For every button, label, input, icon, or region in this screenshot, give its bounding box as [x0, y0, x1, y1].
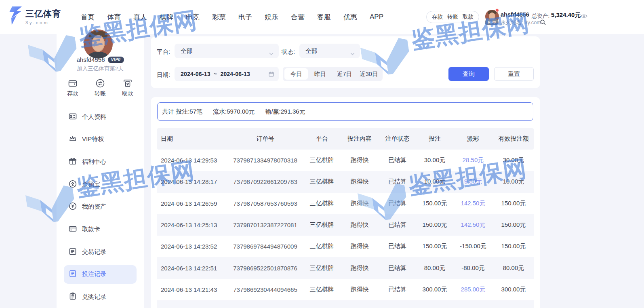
chevron-down-icon: [350, 50, 355, 57]
wallet-action-1[interactable]: 存款: [432, 13, 443, 21]
cell-platform: 三亿棋牌: [303, 221, 341, 229]
brand-domain: 3y.com: [25, 20, 61, 25]
sidebar-item-3[interactable]: 福利中心: [64, 152, 137, 171]
table-body: 2024-06-13 14:29:537379871334978070318三亿…: [157, 150, 534, 308]
cell-order_no: 7379871334978070318: [228, 157, 303, 164]
nav-item-1[interactable]: 首页: [80, 13, 95, 22]
sidebar-item-7[interactable]: 交易记录: [64, 243, 137, 261]
crown-icon: [69, 135, 77, 144]
search-icon[interactable]: [540, 19, 546, 27]
cell-payout: 142.50元: [453, 221, 493, 229]
table-row-7: 2024-06-13 14:21:437379869230444094665三亿…: [157, 279, 534, 300]
platform-label: 平台:: [157, 48, 170, 56]
range-3[interactable]: 近7日: [332, 70, 356, 78]
summary-turnover: 流水:5970.00元: [213, 108, 255, 116]
cell-status: 已结算: [378, 200, 417, 207]
nav-item-8[interactable]: 娱乐: [264, 13, 279, 22]
cell-bet: 300.00元: [417, 286, 453, 293]
profile-card-icon: [69, 112, 77, 122]
transfer-icon: [95, 78, 105, 88]
platform-select[interactable]: 全部: [175, 44, 279, 58]
cell-order_no: 7379870587653760593: [228, 200, 303, 207]
sidebar-item-2[interactable]: VIP特权: [64, 130, 137, 149]
quick-action-3[interactable]: 取款: [114, 78, 141, 97]
date-range-input[interactable]: 2024-06-13 ~ 2024-06-13: [175, 67, 279, 81]
nav-item-2[interactable]: 体育: [107, 13, 121, 22]
sidebar: ahsfd4556 VIP0 加入三亿体育第2天 存款转账取款 个人资料VIP特…: [57, 34, 144, 308]
cell-order_no: 7379869522501870876: [228, 265, 303, 272]
date-label: 日期:: [157, 71, 170, 79]
wallet-action-3[interactable]: 取款: [463, 13, 474, 21]
chevron-down-icon: [269, 50, 274, 57]
nav-item-10[interactable]: 客服: [317, 13, 331, 22]
date-quick-ranges: 今日昨日近7日近30日: [283, 67, 383, 81]
cell-payout: 9.50元: [453, 178, 493, 186]
cell-bet: 10.00元: [417, 178, 453, 186]
cell-date: 2024-06-13 14:25:13: [157, 222, 228, 228]
cell-status: 已结算: [378, 221, 417, 229]
cell-status: 已结算: [378, 243, 417, 250]
cell-status: 已结算: [378, 286, 417, 293]
table-row-3: 2024-06-13 14:26:597379870587653760593三亿…: [157, 193, 534, 214]
col-header-2: 订单号: [228, 135, 303, 143]
cell-platform: 三亿棋牌: [303, 243, 341, 250]
profile-avatar[interactable]: [84, 30, 113, 59]
sidebar-item-4[interactable]: 余额宝: [64, 175, 137, 194]
query-button[interactable]: 查询: [448, 67, 489, 81]
nav-item-4[interactable]: 棋牌: [159, 13, 174, 22]
brand-logo[interactable]: 三亿体育 3y.com: [6, 6, 61, 27]
cell-date: 2024-06-13 14:28:17: [157, 178, 228, 185]
quick-action-1[interactable]: 存款: [59, 78, 86, 97]
nav-item-5[interactable]: 电竞: [185, 13, 200, 22]
withdraw-icon: [123, 78, 133, 88]
topbar: 三亿体育 3y.com 首页体育真人棋牌电竞彩票电子娱乐合营客服优惠APP 存款…: [0, 0, 644, 34]
gift-icon: [69, 157, 77, 167]
cell-status: 已结算: [378, 156, 417, 164]
nav-item-11[interactable]: 优惠: [343, 13, 358, 22]
cell-bet: 150.00元: [417, 243, 453, 250]
cell-payout: 285.00元: [453, 286, 493, 293]
cell-content: 跑得快: [341, 243, 378, 250]
sidebar-item-1[interactable]: 个人资料: [64, 108, 137, 126]
cell-order_no: 7379870922661209783: [228, 178, 303, 185]
coin-icon: [69, 180, 77, 189]
vip-badge: VIP0: [485, 19, 499, 25]
nav-item-12[interactable]: APP: [369, 13, 384, 21]
redeem-records-icon: [69, 292, 77, 302]
cell-valid_bet: 30.00元: [493, 156, 534, 164]
nav-item-9[interactable]: 合营: [290, 13, 305, 22]
wallet-action-2[interactable]: 转账: [447, 13, 458, 21]
notification-dot: [495, 8, 499, 12]
bet-records-icon: [69, 270, 77, 279]
eye-icon[interactable]: [581, 13, 587, 20]
username[interactable]: ahsfd4556: [501, 11, 529, 18]
cell-bet: 80.00元: [417, 264, 453, 272]
brand-bolt-icon: [6, 6, 23, 27]
cell-content: 跑得快: [341, 286, 378, 293]
nav-item-6[interactable]: 彩票: [212, 13, 226, 22]
sidebar-item-6[interactable]: 取款卡: [64, 220, 137, 238]
reset-button[interactable]: 重置: [494, 67, 534, 81]
sidebar-item-5[interactable]: 我的资产: [64, 198, 137, 216]
cell-content: 跑得快: [341, 156, 378, 164]
cell-content: 跑得快: [341, 264, 378, 272]
cell-platform: 三亿棋牌: [303, 156, 341, 164]
table-row-2: 2024-06-13 14:28:177379870922661209783三亿…: [157, 171, 534, 192]
sidebar-item-8[interactable]: 投注记录: [64, 265, 137, 284]
nav-item-7[interactable]: 电子: [238, 13, 253, 22]
status-select[interactable]: 全部: [299, 44, 360, 58]
cell-date: 2024-06-13 14:21:43: [157, 286, 228, 293]
cell-content: 跑得快: [341, 178, 378, 186]
cell-bet: 150.00元: [417, 221, 453, 229]
range-1[interactable]: 今日: [284, 68, 308, 80]
range-4[interactable]: 近30日: [357, 70, 381, 78]
range-2[interactable]: 昨日: [308, 70, 332, 78]
quick-action-2[interactable]: 转账: [86, 78, 114, 97]
status-label: 状态:: [282, 48, 295, 56]
brand-name: 三亿体育: [25, 8, 61, 19]
assets-value: 5,324.40元: [551, 11, 581, 19]
nav-item-3[interactable]: 真人: [133, 13, 147, 22]
table-row-5: 2024-06-13 14:23:527379869784494876009三亿…: [157, 236, 534, 257]
sidebar-item-9[interactable]: 兑奖记录: [64, 288, 137, 306]
col-header-6: 投注: [417, 135, 453, 143]
